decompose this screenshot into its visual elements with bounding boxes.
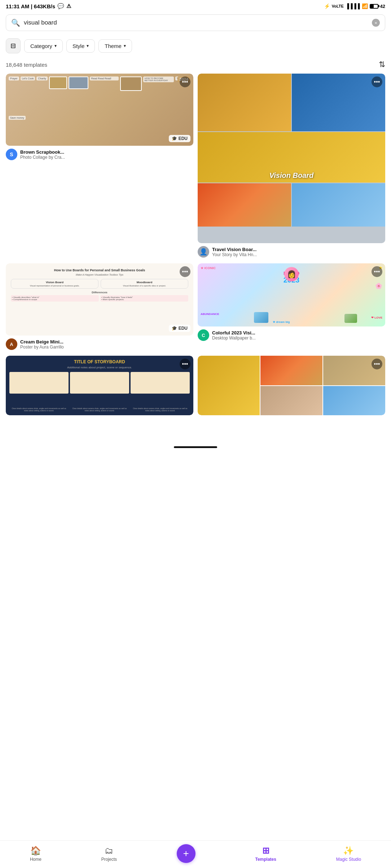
search-bar[interactable]: 🔍 × <box>6 14 385 31</box>
lte-icon: VoLTE <box>332 4 344 8</box>
whatsapp-icon: 💬 <box>57 3 64 9</box>
template-name-1: Brown Scrapbook... <box>20 149 65 155</box>
template-image-storyboard: TITLE OF STORYBOARD Additional notes abo… <box>6 356 193 415</box>
avatar-2: 👤 <box>198 246 209 258</box>
template-card-brown-scrapbook[interactable]: 2024 Prayer Let's Cook Charity Read Read… <box>6 74 193 259</box>
bluetooth-icon: ⚡ <box>324 3 330 9</box>
template-card-cream-beige[interactable]: How to Use Boards for Personal and Small… <box>6 263 193 351</box>
edu-badge-1: 🎓EDU <box>169 135 190 142</box>
status-bar: 11:31 AM | 643KB/s 💬 ⚠ ⚡ VoLTE ▐▐▐▐ 📶 42 <box>0 0 391 12</box>
template-info-3: A Cream Beige Mini... Poster by Aura Gar… <box>6 336 193 351</box>
template-card-travel-bottom[interactable]: ••• <box>198 356 385 415</box>
style-label: Style <box>73 43 84 49</box>
search-clear-button[interactable]: × <box>372 19 380 27</box>
template-text-2: Travel Vision Boar... Your Story by Vita… <box>212 247 257 257</box>
more-options-button-1[interactable]: ••• <box>180 76 190 87</box>
template-info-1: S Brown Scrapbook... Photo Collage by Cr… <box>6 146 193 162</box>
filter-icon-button[interactable]: ⊟ <box>6 38 21 53</box>
templates-grid: 2024 Prayer Let's Cook Charity Read Read… <box>0 74 391 444</box>
search-icon: 🔍 <box>11 18 20 27</box>
signal-icon: ▐▐▐▐ <box>346 3 360 9</box>
more-options-button-5[interactable]: ••• <box>180 359 190 369</box>
avatar-3: A <box>6 338 17 350</box>
avatar-1: S <box>6 149 17 160</box>
more-options-button-2[interactable]: ••• <box>372 76 382 87</box>
template-card-colorful-2023[interactable]: HELLO 2023 ★ ICONIC ⭐ ABUNDANCE ❤ LOVE ★… <box>198 263 385 351</box>
template-info-2: 👤 Travel Vision Boar... Your Story by Vi… <box>198 243 385 259</box>
home-indicator <box>174 446 217 448</box>
template-text-4: Colorful 2023 Visi... Desktop Wallpaper … <box>212 330 256 341</box>
storyboard-subtitle: Additional notes about project, scene or… <box>9 366 190 369</box>
chevron-down-icon-3: ▾ <box>124 43 126 48</box>
template-author-2: Your Story by Vita Hn... <box>212 252 257 257</box>
style-filter-button[interactable]: Style ▾ <box>66 39 95 53</box>
avatar-4: C <box>198 329 209 341</box>
filters-row: ⊟ Category ▾ Style ▾ Theme ▾ <box>0 35 391 56</box>
template-image-colorful-2023: HELLO 2023 ★ ICONIC ⭐ ABUNDANCE ❤ LOVE ★… <box>198 263 385 326</box>
template-author-1: Photo Collage by Cra... <box>20 155 65 160</box>
category-filter-button[interactable]: Category ▾ <box>24 39 63 53</box>
template-image-travel-vision: Vision Board ••• <box>198 74 385 243</box>
edu-badge-3: 🎓EDU <box>169 325 190 332</box>
template-text-3: Cream Beige Mini... Poster by Aura Garri… <box>20 339 64 350</box>
battery-level: 42 <box>380 4 385 9</box>
wifi-icon: 📶 <box>362 3 368 9</box>
more-options-button-6[interactable]: ••• <box>372 359 382 369</box>
results-row: 18,648 templates ⇅ <box>0 56 391 74</box>
template-card-travel-vision[interactable]: Vision Board ••• 👤 Travel Vision Boar...… <box>198 74 385 259</box>
warning-icon: ⚠ <box>66 3 71 9</box>
more-options-button-4[interactable]: ••• <box>372 266 382 277</box>
category-label: Category <box>30 43 52 49</box>
cb-title: How to Use Boards for Personal and Small… <box>11 268 188 272</box>
battery-icon <box>370 4 378 9</box>
search-input[interactable] <box>24 19 368 26</box>
sliders-icon: ⊟ <box>10 42 16 50</box>
storyboard-title: TITLE OF STORYBOARD <box>9 359 190 364</box>
status-right: ⚡ VoLTE ▐▐▐▐ 📶 42 <box>324 3 385 9</box>
chevron-down-icon: ▾ <box>54 43 57 48</box>
template-name-3: Cream Beige Mini... <box>20 339 64 345</box>
template-text-1: Brown Scrapbook... Photo Collage by Cra.… <box>20 149 65 160</box>
template-name-2: Travel Vision Boar... <box>212 247 257 252</box>
template-author-3: Poster by Aura Garrillo <box>20 345 64 350</box>
time-text: 11:31 AM | 643KB/s <box>6 3 55 9</box>
theme-label: Theme <box>105 43 122 49</box>
template-image-travel-bottom: ••• <box>198 356 385 415</box>
results-count: 18,648 templates <box>6 62 47 68</box>
template-author-4: Desktop Wallpaper b... <box>212 336 256 341</box>
template-image-brown-scrapbook: 2024 Prayer Let's Cook Charity Read Read… <box>6 74 193 146</box>
template-name-4: Colorful 2023 Visi... <box>212 330 256 336</box>
cb-subtitle: Make-it-Happen Visualization Toolbox Tip… <box>11 273 188 276</box>
template-info-4: C Colorful 2023 Visi... Desktop Wallpape… <box>198 326 385 342</box>
status-time: 11:31 AM | 643KB/s 💬 ⚠ <box>6 3 71 9</box>
sort-button[interactable]: ⇅ <box>379 60 385 69</box>
template-card-storyboard[interactable]: TITLE OF STORYBOARD Additional notes abo… <box>6 356 193 415</box>
chevron-down-icon-2: ▾ <box>87 43 89 48</box>
theme-filter-button[interactable]: Theme ▾ <box>98 39 132 53</box>
template-image-cream-beige: How to Use Boards for Personal and Small… <box>6 263 193 336</box>
more-options-button-3[interactable]: ••• <box>180 266 190 277</box>
